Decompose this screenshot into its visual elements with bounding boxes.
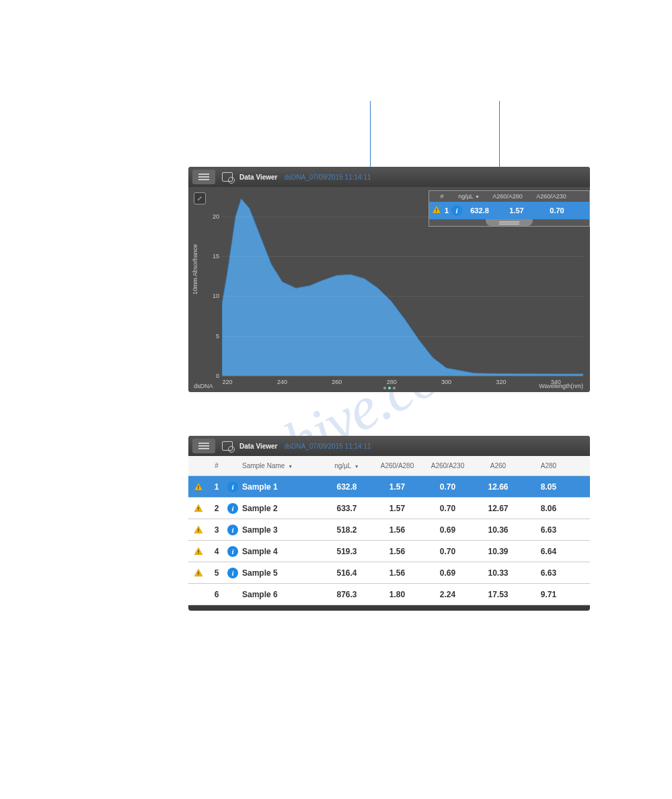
cell-a260-a230: 0.70 [422, 504, 473, 513]
col-a280[interactable]: A280 [523, 462, 574, 469]
row-num: 1 [209, 482, 225, 492]
cell-a260-a230: 0.69 [422, 568, 473, 578]
col-a260-a280[interactable]: A260/A280 [372, 462, 422, 469]
row-num: 4 [209, 547, 225, 556]
warning-icon: ! [194, 568, 203, 578]
warning-icon: ! [194, 547, 203, 556]
overlay-table[interactable]: # ng/µL▼ A260/A280 A260/A230 ! 1 i 632.8… [428, 190, 590, 227]
cell-ng: 876.3 [322, 590, 372, 599]
col-a260-a230[interactable]: A260/A230 [422, 462, 473, 469]
table-panel: Data Viewer dsDNA_07/09/2015 11:14:11 # … [188, 436, 590, 611]
col-a260-a280[interactable]: A260/A280 [486, 193, 529, 200]
row-num: 5 [209, 568, 225, 578]
col-ng[interactable]: ng/µL ▼ [322, 462, 372, 469]
info-icon[interactable]: i [451, 205, 462, 216]
cell-a260: 12.66 [473, 482, 523, 492]
data-viewer-icon[interactable] [222, 172, 233, 182]
cell-a260: 17.53 [473, 590, 523, 599]
cell-a280: 8.06 [523, 504, 574, 513]
row-r2: 0.70 [537, 206, 577, 215]
dot[interactable] [383, 387, 386, 389]
cell-a260-a280: 1.56 [372, 568, 422, 578]
overlay-row[interactable]: ! 1 i 632.8 1.57 0.70 [429, 202, 589, 219]
cell-a260: 12.67 [473, 504, 523, 513]
y-tick: 5 [209, 333, 219, 340]
filename-label[interactable]: dsDNA_07/09/2015 11:14:11 [285, 174, 371, 181]
col-name[interactable]: Sample Name ▼ [241, 462, 322, 469]
col-num[interactable]: # [432, 193, 452, 200]
sample-name: Sample 5 [241, 568, 322, 578]
cell-a260-a280: 1.80 [372, 590, 422, 599]
row-num: 3 [209, 525, 225, 535]
cell-a280: 9.71 [523, 590, 574, 599]
y-tick: 15 [209, 253, 219, 260]
svg-text:!: ! [198, 506, 199, 510]
x-axis-label: Wavelength(nm) [539, 383, 583, 389]
info-icon[interactable]: i [227, 503, 238, 514]
sample-name: Sample 6 [241, 590, 322, 599]
cell-ng: 633.7 [322, 504, 372, 513]
menu-button[interactable] [192, 439, 215, 453]
cell-ng: 518.2 [322, 525, 372, 535]
svg-text:!: ! [198, 549, 199, 554]
toolbar: Data Viewer dsDNA_07/09/2015 11:14:11 [188, 167, 590, 187]
cell-a260-a230: 0.69 [422, 525, 473, 535]
page-dots[interactable] [383, 387, 396, 389]
menu-button[interactable] [192, 169, 215, 184]
svg-text:!: ! [198, 484, 199, 489]
table-row[interactable]: !1iSample 1632.81.570.7012.668.05 [188, 476, 590, 498]
callout-line [499, 101, 500, 175]
x-tick: 320 [496, 379, 506, 385]
y-tick: 20 [209, 213, 219, 220]
y-tick: 0 [209, 373, 219, 379]
data-table: # Sample Name ▼ ng/µL ▼ A260/A280 A260/A… [188, 456, 590, 605]
table-row[interactable]: !2iSample 2633.71.570.7012.678.06 [188, 498, 590, 519]
table-row[interactable]: 6Sample 6876.31.802.2417.539.71 [188, 584, 590, 605]
cell-ng: 516.4 [322, 568, 372, 578]
cell-a260-a280: 1.57 [372, 482, 422, 492]
table-row[interactable]: !5iSample 5516.41.560.6910.336.63 [188, 562, 590, 584]
col-num[interactable]: # [209, 462, 225, 469]
table-row[interactable]: !4iSample 4519.31.560.7010.396.64 [188, 541, 590, 562]
dot[interactable] [393, 387, 396, 389]
x-tick: 240 [277, 379, 287, 385]
info-icon[interactable]: i [227, 546, 238, 557]
row-num: 2 [209, 504, 225, 513]
col-a260-a230[interactable]: A260/A230 [529, 193, 573, 200]
drag-handle[interactable] [486, 219, 533, 226]
info-icon[interactable]: i [227, 482, 238, 492]
x-tick: 260 [332, 379, 342, 385]
filename-label[interactable]: dsDNA_07/09/2015 11:14:11 [285, 443, 371, 450]
svg-text:!: ! [198, 570, 199, 575]
expand-button[interactable]: ⤢ [194, 192, 206, 204]
dot-active[interactable] [388, 387, 391, 389]
sample-name: Sample 1 [241, 482, 322, 492]
chart-body: ⤢ 10mm Absorbance Wavelength(nm) dsDNA 0… [188, 187, 590, 392]
col-ng[interactable]: ng/µL▼ [452, 193, 486, 200]
cell-a260-a280: 1.57 [372, 504, 422, 513]
chart-panel: Data Viewer dsDNA_07/09/2015 11:14:11 ⤢ … [188, 167, 590, 392]
cell-a280: 6.63 [523, 525, 574, 535]
cell-a260-a230: 0.70 [422, 482, 473, 492]
info-icon[interactable]: i [227, 525, 238, 535]
x-tick: 280 [387, 379, 397, 385]
info-icon[interactable]: i [227, 568, 238, 578]
data-viewer-icon[interactable] [222, 441, 233, 451]
warning-icon: ! [194, 482, 203, 492]
x-tick: 300 [441, 379, 451, 385]
row-ng: 632.8 [463, 206, 496, 215]
cell-a260: 10.39 [473, 547, 523, 556]
row-num: 1 [443, 206, 451, 215]
cell-a260: 10.36 [473, 525, 523, 535]
cell-a280: 8.05 [523, 482, 574, 492]
x-tick: 340 [551, 379, 561, 385]
cell-ng: 632.8 [322, 482, 372, 492]
sample-name: Sample 4 [241, 547, 322, 556]
table-row[interactable]: !3iSample 3518.21.560.6910.366.63 [188, 519, 590, 541]
toolbar: Data Viewer dsDNA_07/09/2015 11:14:11 [188, 436, 590, 456]
row-num: 6 [209, 590, 225, 599]
cell-a260-a230: 0.70 [422, 547, 473, 556]
cell-a260-a280: 1.56 [372, 525, 422, 535]
col-a260[interactable]: A260 [473, 462, 523, 469]
y-axis-label: 10mm Absorbance [192, 244, 198, 295]
